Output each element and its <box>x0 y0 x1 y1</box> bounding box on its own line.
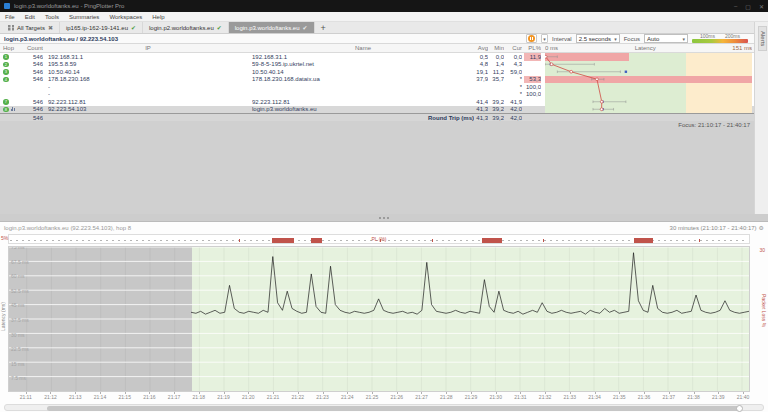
packet-loss-cell: 11,9 <box>524 53 541 61</box>
packet-loss-strip[interactable]: PL (%) <box>8 234 750 244</box>
avg-cell: 41,4 <box>458 98 488 106</box>
header-hop[interactable]: Hop <box>3 44 16 52</box>
tab-bar: All Targets✖ip165.ip-162-19-141.eu✔login… <box>0 22 768 34</box>
hop-number-badge: 8 <box>3 107 9 113</box>
min-cell: 39,2 <box>490 106 504 114</box>
min-cell: 1,4 <box>490 61 504 69</box>
minimize-button[interactable]: – <box>734 3 737 10</box>
timeline-graph-icon <box>11 107 15 111</box>
latency-max-label: 151 ms <box>732 45 752 51</box>
chevron-down-icon: ▾ <box>614 36 617 42</box>
alerts-panel-tab[interactable]: Alerts <box>758 26 767 51</box>
timeline-graph[interactable]: 75 ms67.5 ms60 ms52.5 ms45 ms37.5 ms30 m… <box>8 246 750 392</box>
tab-target-0[interactable]: ip165.ip-162-19-141.eu✔ <box>60 22 143 33</box>
title-bar: login.p3.worldoftanks.eu - PingPlotter P… <box>0 0 768 12</box>
header-avg[interactable]: Avg <box>458 44 488 52</box>
time-tick-label: 21:33 <box>564 394 577 400</box>
y-tick-label: 15 ms <box>11 362 25 367</box>
menu-item-edit[interactable]: Edit <box>25 14 35 20</box>
maximize-button[interactable]: ▢ <box>745 3 751 10</box>
name-cell: login.p3.worldoftanks.eu <box>252 106 474 114</box>
packet-loss-cell: 100,0 <box>524 83 541 91</box>
timeline-scrollbar[interactable] <box>4 404 764 411</box>
gear-icon[interactable]: ⚙ <box>759 224 764 231</box>
round-trip-row[interactable]: 546 Round Trip (ms) 41,3 39,2 42,0 <box>0 113 768 121</box>
tab-target-2[interactable]: login.p3.worldoftanks.eu✔ <box>229 22 315 33</box>
scrollbar-handle[interactable] <box>47 406 741 411</box>
time-tick-label: 21:38 <box>687 394 700 400</box>
menu-item-tools[interactable]: Tools <box>45 14 59 20</box>
packet-loss-tick <box>380 239 381 242</box>
time-tick-label: 21:37 <box>663 394 676 400</box>
hop-cell: 7 <box>3 98 16 106</box>
time-tick-label: 21:11 <box>20 394 32 400</box>
ip-cell: - <box>48 83 248 91</box>
menu-item-workspaces[interactable]: Workspaces <box>109 14 142 20</box>
check-icon: ✔ <box>131 24 136 31</box>
tab-all-targets[interactable]: All Targets✖ <box>2 22 60 33</box>
menu-item-summaries[interactable]: Summaries <box>69 14 99 20</box>
packet-loss-left-scale: 5% <box>1 235 8 241</box>
time-tick-label: 21:15 <box>118 394 131 400</box>
time-tick-label: 21:28 <box>440 394 453 400</box>
timeline-range-label[interactable]: 30 minutes (21:10:17 - 21:40:17) <box>670 225 757 231</box>
tab-label: ip165.ip-162-19-141.eu <box>66 25 128 31</box>
time-tick-label: 21:29 <box>465 394 478 400</box>
min-cell: 39,2 <box>490 98 504 106</box>
time-tick-label: 21:19 <box>217 394 230 400</box>
header-name[interactable]: Name <box>252 44 474 52</box>
packet-loss-block <box>634 238 653 243</box>
header-cur[interactable]: Cur <box>506 44 522 52</box>
hop-cell <box>3 83 16 91</box>
cur-cell: * <box>506 76 522 84</box>
close-button[interactable]: ✕ <box>759 3 764 10</box>
name-cell: 59-8-5-195.ip.ukrtel.net <box>252 61 474 69</box>
latency-graph[interactable] <box>545 53 752 113</box>
time-tick-label: 21:17 <box>168 394 181 400</box>
hop-cell: 2 <box>3 61 16 69</box>
time-tick-label: 21:24 <box>341 394 354 400</box>
packet-loss-cell <box>524 68 541 76</box>
header-pl[interactable]: PL% <box>524 44 541 52</box>
time-axis: 21:1121:1221:1321:1421:1521:1621:1721:18… <box>8 392 750 402</box>
pause-dropdown-button[interactable]: ▾ <box>541 34 548 43</box>
min-cell: 11,2 <box>490 68 504 76</box>
time-tick-label: 21:34 <box>588 394 601 400</box>
app-icon <box>4 3 10 9</box>
focus-select[interactable]: Auto▾ <box>644 34 688 43</box>
hop-cell: 4 <box>3 76 16 84</box>
focus-range-label: Focus: 21:10:17 - 21:40:17 <box>0 121 768 129</box>
tab-target-1[interactable]: login.p2.worldoftanks.eu✔ <box>143 22 229 33</box>
menu-item-file[interactable]: File <box>5 14 15 20</box>
ip-cell: 10.50.40.14 <box>48 68 248 76</box>
interval-label: Interval <box>552 36 572 42</box>
interval-select[interactable]: 2.5 seconds▾ <box>576 34 620 43</box>
tab-label: login.p3.worldoftanks.eu <box>235 25 300 31</box>
menu-item-help[interactable]: Help <box>152 14 164 20</box>
count-cell <box>16 83 43 91</box>
new-tab-button[interactable]: + <box>315 22 332 33</box>
header-ip[interactable]: IP <box>48 44 248 52</box>
count-cell: 546 <box>16 76 43 84</box>
y-tick-label: 52.5 ms <box>11 289 29 294</box>
header-min[interactable]: Min <box>490 44 504 52</box>
count-cell: 546 <box>16 98 43 106</box>
pause-icon <box>528 35 535 42</box>
pause-button[interactable] <box>526 34 537 43</box>
time-tick-label: 21:30 <box>489 394 502 400</box>
time-tick-label: 21:14 <box>94 394 107 400</box>
header-count[interactable]: Count <box>16 44 43 52</box>
scrollbar-knob[interactable] <box>736 405 743 412</box>
y-axis-label: Latency (ms) <box>0 302 6 331</box>
round-trip-cur: 42,0 <box>506 114 522 121</box>
ip-cell: 195.5.8.59 <box>48 61 248 69</box>
close-icon[interactable]: ✖ <box>48 24 53 31</box>
panel-splitter[interactable] <box>0 214 768 221</box>
alerts-side-strip: Alerts <box>754 22 768 214</box>
legend-gradient-bar <box>692 39 748 43</box>
hop-number-badge: 3 <box>3 69 9 75</box>
y-tick-label: 60 ms <box>11 274 25 279</box>
time-tick-label: 21:21 <box>267 394 280 400</box>
time-tick-label: 21:20 <box>242 394 255 400</box>
avg-cell: 0,5 <box>458 53 488 61</box>
